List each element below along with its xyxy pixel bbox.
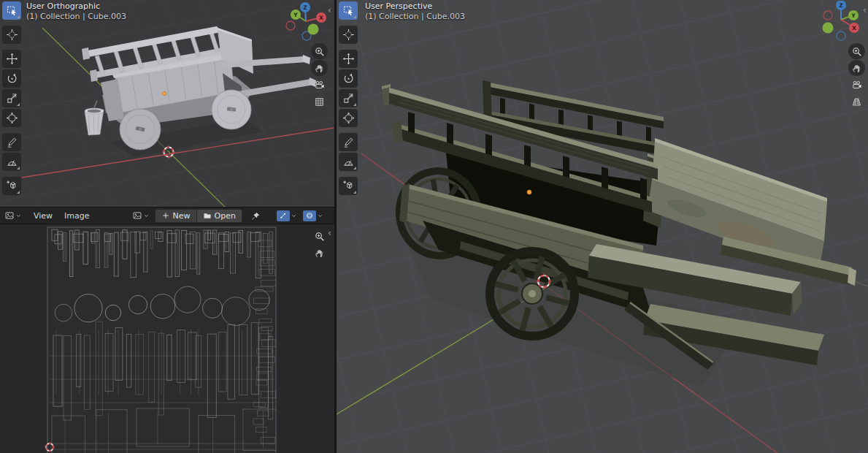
tool-add-cube-button[interactable]: [2, 177, 21, 195]
nav-controls-left: [311, 43, 328, 110]
wheel-left: [120, 109, 161, 150]
pan-icon: [314, 63, 325, 74]
tool-cursor-3d-button[interactable]: [339, 26, 358, 44]
menu-view[interactable]: View: [28, 211, 58, 221]
viewport-canvas-right[interactable]: [337, 0, 868, 453]
nav-zoom-button[interactable]: [311, 43, 328, 59]
axis-label-z: Z: [303, 4, 307, 11]
cursor-3d-icon: [342, 28, 355, 41]
nav-zoom-button[interactable]: [848, 43, 865, 59]
tool-cursor-3d-button[interactable]: [2, 26, 21, 44]
camera-view-icon: [314, 80, 325, 91]
tool-select-box-button[interactable]: [339, 1, 358, 20]
axis-ball-neg-x[interactable]: [823, 11, 832, 20]
nav-perspective-toggle-button[interactable]: [848, 94, 865, 110]
tool-transform-button[interactable]: [2, 109, 21, 127]
cursor-3d-icon: [6, 28, 18, 41]
nav-zoom-button[interactable]: [311, 228, 328, 244]
sidebar-collapse-arrow[interactable]: ‹: [328, 229, 331, 237]
pin-image-button[interactable]: [250, 211, 262, 221]
overlays-icon: [305, 211, 314, 220]
axis-label-y: Y: [293, 12, 298, 18]
scale-icon: [342, 92, 355, 104]
orthographic-toggle-icon: [314, 96, 325, 107]
measure-icon: [342, 156, 355, 168]
axis-label-y: Y: [850, 12, 856, 19]
uv-canvas-area: ‹: [0, 224, 334, 453]
tool-measure-button[interactable]: [2, 153, 21, 171]
scale-icon: [6, 92, 18, 104]
sidebar-collapse-arrow[interactable]: ‹: [863, 7, 867, 14]
overlays-toggle-button[interactable]: [302, 210, 325, 221]
annotate-icon: [342, 136, 355, 148]
select-box-icon: [342, 4, 355, 17]
toolbar-left: [2, 1, 21, 195]
viewport-canvas-left[interactable]: [0, 0, 334, 207]
tool-rotate-button[interactable]: [339, 69, 358, 88]
new-image-button[interactable]: New: [155, 209, 197, 223]
move-icon: [342, 53, 355, 65]
nav-camera-view-button[interactable]: [311, 77, 328, 93]
bucket: [85, 101, 104, 135]
tool-scale-button[interactable]: [339, 89, 358, 107]
axis-ball-neg-x[interactable]: [286, 21, 295, 30]
add-cube-icon: [342, 180, 355, 192]
axis-ball-neg-y[interactable]: [823, 23, 834, 34]
nav-camera-view-button[interactable]: [848, 77, 865, 93]
new-image-label: New: [173, 211, 191, 221]
sidebar-collapse-arrow[interactable]: ‹: [328, 7, 331, 14]
annotate-icon: [6, 136, 18, 148]
toolbar-right: [339, 1, 358, 195]
nav-controls-right: [848, 43, 865, 110]
image-editor-header: View Image New Open: [0, 208, 334, 224]
tool-measure-button[interactable]: [339, 153, 358, 171]
gizmos-toggle-button[interactable]: [275, 210, 299, 221]
editor-type-button[interactable]: [3, 210, 23, 221]
open-image-label: Open: [215, 211, 236, 221]
open-image-button[interactable]: Open: [196, 209, 242, 223]
tool-move-button[interactable]: [339, 50, 358, 68]
pan-icon: [851, 63, 862, 74]
pan-icon: [314, 248, 325, 259]
axis-label-x: X: [852, 25, 856, 31]
navigation-gizmo[interactable]: Z Y X: [821, 1, 864, 42]
chevron-down-icon: [291, 213, 297, 219]
measure-icon: [6, 156, 18, 168]
nav-pan-button[interactable]: [311, 245, 328, 261]
tool-scale-button[interactable]: [2, 89, 21, 107]
pushpin-icon: [251, 211, 261, 221]
plus-icon: [161, 211, 170, 220]
tool-transform-button[interactable]: [339, 109, 358, 127]
nav-pan-button[interactable]: [848, 60, 865, 76]
axis-ball-neg-z[interactable]: [837, 31, 845, 40]
nav-pan-button[interactable]: [311, 60, 328, 76]
navigation-gizmo[interactable]: Z Y X: [285, 1, 326, 42]
axis-label-z: Z: [839, 2, 843, 9]
blender-window: User Orthographic (1) Collection | Cube.…: [0, 0, 868, 453]
axis-ball-neg-y[interactable]: [308, 24, 319, 35]
rotate-icon: [342, 72, 355, 85]
nav-orthographic-toggle-button[interactable]: [311, 94, 328, 110]
tool-annotate-button[interactable]: [339, 133, 358, 151]
chevron-down-icon: [143, 213, 150, 219]
zoom-icon: [851, 46, 862, 57]
tool-add-cube-button[interactable]: [339, 177, 358, 195]
tool-rotate-button[interactable]: [2, 69, 21, 88]
viewport-orthographic: User Orthographic (1) Collection | Cube.…: [0, 0, 334, 207]
tool-move-button[interactable]: [2, 50, 21, 68]
transform-icon: [6, 112, 18, 124]
image-browse-button[interactable]: [131, 210, 151, 221]
viewport-perspective: User Perspective (1) Collection | Cube.0…: [337, 0, 868, 453]
menu-image[interactable]: Image: [58, 211, 95, 221]
add-cube-icon: [6, 180, 18, 192]
zoom-icon: [314, 46, 325, 57]
tool-annotate-button[interactable]: [2, 133, 21, 151]
chevron-down-icon: [15, 213, 22, 219]
tool-select-box-button[interactable]: [2, 1, 21, 20]
zoom-icon: [314, 231, 325, 242]
uv-layout-canvas[interactable]: [0, 224, 334, 453]
transform-icon: [342, 112, 355, 124]
nav-controls-uv: [311, 228, 328, 261]
chevron-down-icon: [317, 213, 323, 219]
uv-image-editor: View Image New Open: [0, 208, 334, 453]
